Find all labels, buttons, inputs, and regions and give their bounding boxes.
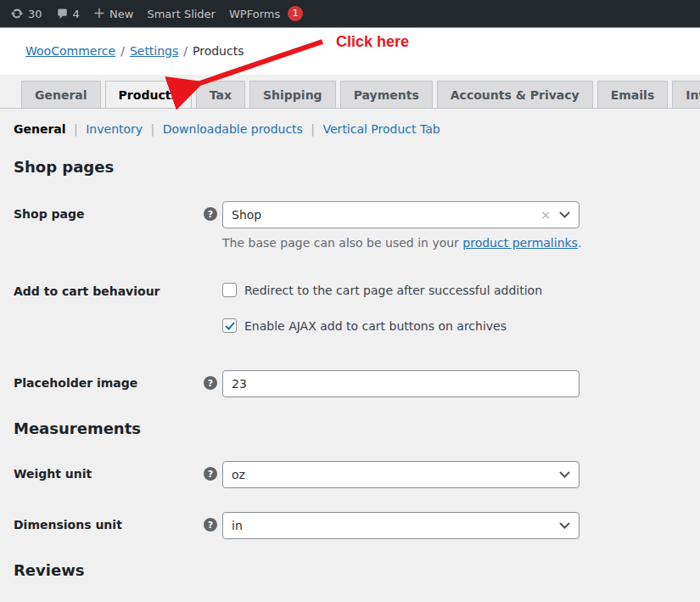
comments-count: 4 xyxy=(73,8,80,20)
form-row-add-to-cart: Add to cart behaviour Redirect to the ca… xyxy=(14,278,683,333)
redirect-to-cart-option[interactable]: Redirect to the cart page after successf… xyxy=(222,278,683,297)
breadcrumb: WooCommerce/Settings/Products xyxy=(25,44,244,58)
chevron-down-icon xyxy=(559,522,570,530)
help-icon[interactable]: ? xyxy=(204,518,217,532)
comments-menu[interactable]: 4 xyxy=(56,8,80,20)
tab-general[interactable]: General xyxy=(21,81,101,108)
form-row-weight-unit: Weight unit ? oz xyxy=(14,461,683,488)
check-icon xyxy=(225,322,235,330)
section-title-measurements: Measurements xyxy=(14,419,683,437)
updates-menu[interactable]: 30 xyxy=(10,7,42,20)
product-permalinks-link[interactable]: product permalinks xyxy=(462,236,578,250)
subnav-vertical-product-tab[interactable]: Vertical Product Tab xyxy=(323,122,440,136)
tab-shipping[interactable]: Shipping xyxy=(249,81,336,108)
new-menu[interactable]: + New xyxy=(93,8,134,20)
section-title-reviews: Reviews xyxy=(14,561,683,579)
dimensions-unit-select-value: in xyxy=(232,519,559,532)
enable-ajax-option[interactable]: Enable AJAX add to cart buttons on archi… xyxy=(222,314,683,333)
help-icon[interactable]: ? xyxy=(204,207,217,221)
form-row-shop-page: Shop page ? Shop × The base page can als… xyxy=(14,201,683,250)
tab-accounts-privacy[interactable]: Accounts & Privacy xyxy=(437,81,593,108)
tab-emails[interactable]: Emails xyxy=(597,81,669,108)
shop-page-label: Shop page xyxy=(14,201,204,221)
chevron-down-icon xyxy=(559,471,570,479)
shop-page-helper-text: The base page can also be used in your p… xyxy=(222,236,683,250)
subnav-inventory[interactable]: Inventory xyxy=(86,122,143,136)
form-row-placeholder-image: Placeholder image ? xyxy=(14,370,683,397)
help-icon[interactable]: ? xyxy=(204,467,217,481)
weight-unit-select[interactable]: oz xyxy=(222,461,580,488)
menu-item-wpforms[interactable]: WPForms 1 xyxy=(229,6,303,21)
settings-tabs: General Products Tax Shipping Payments A… xyxy=(0,75,700,109)
weight-unit-label: Weight unit xyxy=(14,461,204,481)
weight-unit-select-value: oz xyxy=(232,468,559,481)
placeholder-image-input[interactable] xyxy=(222,370,580,397)
updates-count: 30 xyxy=(28,8,42,20)
placeholder-image-label: Placeholder image xyxy=(14,370,204,390)
tab-tax[interactable]: Tax xyxy=(196,81,245,108)
shop-page-select-value: Shop xyxy=(232,208,540,222)
update-icon xyxy=(10,7,24,20)
add-to-cart-label: Add to cart behaviour xyxy=(14,278,204,298)
form-row-dimensions-unit: Dimensions unit ? in xyxy=(14,512,683,539)
tab-payments[interactable]: Payments xyxy=(340,81,433,108)
redirect-to-cart-option-label: Redirect to the cart page after successf… xyxy=(244,284,542,297)
dimensions-unit-label: Dimensions unit xyxy=(14,512,204,532)
breadcrumb-separator: / xyxy=(120,44,125,58)
help-icon[interactable]: ? xyxy=(204,376,217,390)
subnav-downloadable-products[interactable]: Downloadable products xyxy=(163,122,303,136)
new-label: New xyxy=(109,8,133,20)
menu-item-smart-slider[interactable]: Smart Slider xyxy=(147,8,216,20)
section-title-shop-pages: Shop pages xyxy=(14,158,683,176)
redirect-to-cart-checkbox[interactable] xyxy=(222,283,237,297)
breadcrumb-settings-link[interactable]: Settings xyxy=(130,44,178,58)
dimensions-unit-select[interactable]: in xyxy=(222,512,580,539)
plus-icon: + xyxy=(93,6,105,20)
admin-bar: 30 4 + New Smart Slider WPForms 1 xyxy=(0,0,700,27)
breadcrumb-woocommerce-link[interactable]: WooCommerce xyxy=(25,44,115,58)
settings-content: General | Inventory | Downloadable produ… xyxy=(0,122,700,579)
breadcrumb-current-page: Products xyxy=(193,44,244,58)
tab-products[interactable]: Products xyxy=(105,81,192,109)
enable-ajax-checkbox[interactable] xyxy=(222,318,237,333)
chevron-down-icon xyxy=(559,211,570,219)
wc-settings-header: WooCommerce/Settings/Products xyxy=(0,27,700,75)
enable-ajax-option-label: Enable AJAX add to cart buttons on archi… xyxy=(244,319,507,333)
products-subnav: General | Inventory | Downloadable produ… xyxy=(14,122,683,136)
clear-selection-icon[interactable]: × xyxy=(540,209,551,221)
shop-page-select[interactable]: Shop × xyxy=(222,201,580,228)
subnav-general[interactable]: General xyxy=(14,122,66,136)
breadcrumb-separator: / xyxy=(183,44,188,58)
tab-integration[interactable]: Integration xyxy=(672,81,700,108)
comment-icon xyxy=(56,8,69,20)
wpforms-badge: 1 xyxy=(288,6,303,21)
